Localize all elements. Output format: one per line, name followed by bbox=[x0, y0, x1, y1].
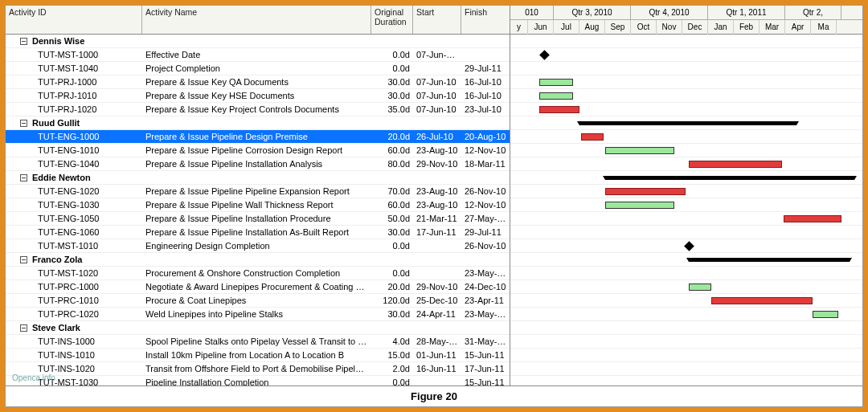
cell-activity-name: Weld Linepipes into Pipeline Stalks bbox=[142, 308, 371, 320]
month-header: Apr bbox=[785, 20, 811, 35]
cell-finish bbox=[461, 35, 510, 47]
group-row[interactable]: Eddie Newton bbox=[6, 171, 510, 185]
cell-duration: 0.0d bbox=[371, 62, 413, 75]
table-row[interactable]: TUT-MST-1040Project Completion0.0d29-Jul… bbox=[6, 62, 510, 75]
table-row[interactable]: TUT-ENG-1020Prepare & Issue Pipeline Pip… bbox=[6, 185, 510, 198]
gantt-row[interactable] bbox=[510, 308, 862, 321]
table-row[interactable]: TUT-MST-1000Effective Date0.0d07-Jun-10* bbox=[6, 48, 510, 62]
cell-start: 29-Nov-10 bbox=[413, 157, 461, 170]
cell-finish: 31-May-11 bbox=[461, 335, 510, 348]
gantt-row[interactable] bbox=[510, 75, 862, 89]
table-row[interactable]: TUT-PRC-1020Weld Linepipes into Pipeline… bbox=[6, 308, 510, 321]
col-start[interactable]: Start bbox=[413, 6, 461, 34]
gantt-body[interactable] bbox=[510, 35, 862, 385]
gantt-row[interactable] bbox=[510, 157, 862, 171]
table-row[interactable]: TUT-ENG-1010Prepare & Issue Pipeline Cor… bbox=[6, 144, 510, 157]
month-header: Feb bbox=[734, 20, 760, 35]
group-row[interactable]: Steve Clark bbox=[6, 321, 510, 335]
cell-duration: 30.0d bbox=[371, 89, 413, 102]
cell-activity-id: Steve Clark bbox=[6, 321, 142, 334]
cell-activity-id: Ruud Gullit bbox=[6, 116, 142, 129]
gantt-bar[interactable] bbox=[605, 188, 686, 195]
gantt-row[interactable] bbox=[510, 130, 862, 144]
summary-bar[interactable] bbox=[579, 121, 796, 125]
cell-duration: 50.0d bbox=[371, 212, 413, 225]
gantt-row[interactable] bbox=[510, 116, 862, 130]
gantt-bar[interactable] bbox=[539, 79, 573, 86]
gantt-row[interactable] bbox=[510, 253, 862, 267]
collapse-icon[interactable] bbox=[20, 120, 27, 127]
col-finish[interactable]: Finish bbox=[461, 6, 510, 34]
table-row[interactable]: TUT-ENG-1000Prepare & Issue Pipeline Des… bbox=[6, 130, 510, 144]
table-row[interactable]: TUT-INS-1020Transit from Offshore Field … bbox=[6, 362, 510, 376]
table-row[interactable]: TUT-MST-1020Procurement & Onshore Constr… bbox=[6, 267, 510, 280]
cell-activity-id: TUT-PRJ-1000 bbox=[6, 75, 142, 88]
cell-start: 07-Jun-10* bbox=[413, 48, 461, 61]
gantt-bar[interactable] bbox=[689, 284, 711, 291]
gantt-row[interactable] bbox=[510, 280, 862, 294]
gantt-row[interactable] bbox=[510, 185, 862, 198]
gantt-row[interactable] bbox=[510, 267, 862, 280]
gantt-bar[interactable] bbox=[581, 133, 604, 141]
cell-activity-name: Spool Pipeline Stalks onto Pipelay Vesse… bbox=[142, 335, 371, 348]
gantt-bar[interactable] bbox=[711, 297, 813, 304]
gantt-row[interactable] bbox=[510, 198, 862, 212]
gantt-row[interactable] bbox=[510, 239, 862, 253]
cell-activity-name: Procure & Coat Linepipes bbox=[142, 294, 371, 307]
table-row[interactable]: TUT-MST-1030Pipeline Installation Comple… bbox=[6, 376, 510, 385]
gantt-row[interactable] bbox=[510, 144, 862, 157]
table-row[interactable]: TUT-MST-1010Engineering Design Completio… bbox=[6, 239, 510, 253]
table-row[interactable]: TUT-PRC-1000Negotiate & Award Linepipes … bbox=[6, 280, 510, 294]
gantt-row[interactable] bbox=[510, 48, 862, 62]
cell-start: 25-Dec-10 bbox=[413, 294, 461, 307]
gantt-row[interactable] bbox=[510, 89, 862, 103]
gantt-row[interactable] bbox=[510, 62, 862, 75]
table-row[interactable]: TUT-ENG-1040Prepare & Issue Pipeline Ins… bbox=[6, 157, 510, 171]
table-row[interactable]: TUT-PRJ-1010Prepare & Issue Key HSE Docu… bbox=[6, 89, 510, 103]
table-row[interactable]: TUT-INS-1000Spool Pipeline Stalks onto P… bbox=[6, 335, 510, 349]
watermark: Openca.info bbox=[12, 373, 55, 382]
gantt-row[interactable] bbox=[510, 335, 862, 349]
milestone-diamond[interactable] bbox=[539, 50, 550, 60]
table-row[interactable]: TUT-INS-1010Install 10km Pipeline from L… bbox=[6, 349, 510, 362]
milestone-diamond[interactable] bbox=[684, 241, 694, 251]
gantt-bar[interactable] bbox=[605, 147, 674, 154]
table-row[interactable]: TUT-ENG-1050Prepare & Issue Pipeline Ins… bbox=[6, 212, 510, 226]
summary-bar[interactable] bbox=[605, 176, 854, 180]
group-row[interactable]: Ruud Gullit bbox=[6, 116, 510, 130]
gantt-row[interactable] bbox=[510, 171, 862, 185]
cell-start bbox=[413, 62, 461, 75]
gantt-bar[interactable] bbox=[605, 202, 674, 209]
collapse-icon[interactable] bbox=[20, 174, 27, 182]
col-activity-name[interactable]: Activity Name bbox=[142, 6, 371, 34]
gantt-row[interactable] bbox=[510, 321, 862, 335]
table-row[interactable]: TUT-ENG-1030Prepare & Issue Pipeline Wal… bbox=[6, 198, 510, 212]
collapse-icon[interactable] bbox=[20, 324, 27, 332]
gantt-row[interactable] bbox=[510, 103, 862, 116]
table-row[interactable]: TUT-PRC-1010Procure & Coat Linepipes120.… bbox=[6, 294, 510, 308]
col-activity-id[interactable]: Activity ID bbox=[6, 6, 142, 34]
gantt-bar[interactable] bbox=[689, 161, 782, 168]
gantt-row[interactable] bbox=[510, 226, 862, 239]
table-row[interactable]: TUT-ENG-1060Prepare & Issue Pipeline Ins… bbox=[6, 226, 510, 239]
group-row[interactable]: Dennis Wise bbox=[6, 35, 510, 48]
gantt-row[interactable] bbox=[510, 212, 862, 226]
table-row[interactable]: TUT-PRJ-1020Prepare & Issue Key Project … bbox=[6, 103, 510, 116]
gantt-bar[interactable] bbox=[813, 311, 838, 318]
gantt-bar[interactable] bbox=[539, 92, 573, 100]
table-row[interactable]: TUT-PRJ-1000Prepare & Issue Key QA Docum… bbox=[6, 75, 510, 89]
gantt-row[interactable] bbox=[510, 362, 862, 376]
gantt-row[interactable] bbox=[510, 349, 862, 362]
gantt-row[interactable] bbox=[510, 376, 862, 385]
collapse-icon[interactable] bbox=[20, 256, 27, 263]
cell-start: 01-Jun-11 bbox=[413, 349, 461, 361]
group-row[interactable]: Franco Zola bbox=[6, 253, 510, 267]
col-original-duration[interactable]: Original Duration bbox=[371, 6, 413, 34]
gantt-bar[interactable] bbox=[784, 215, 841, 222]
summary-bar[interactable] bbox=[689, 258, 850, 262]
gantt-row[interactable] bbox=[510, 294, 862, 308]
collapse-icon[interactable] bbox=[20, 38, 27, 45]
cell-duration: 15.0d bbox=[371, 349, 413, 361]
gantt-row[interactable] bbox=[510, 35, 862, 48]
gantt-bar[interactable] bbox=[539, 106, 579, 113]
